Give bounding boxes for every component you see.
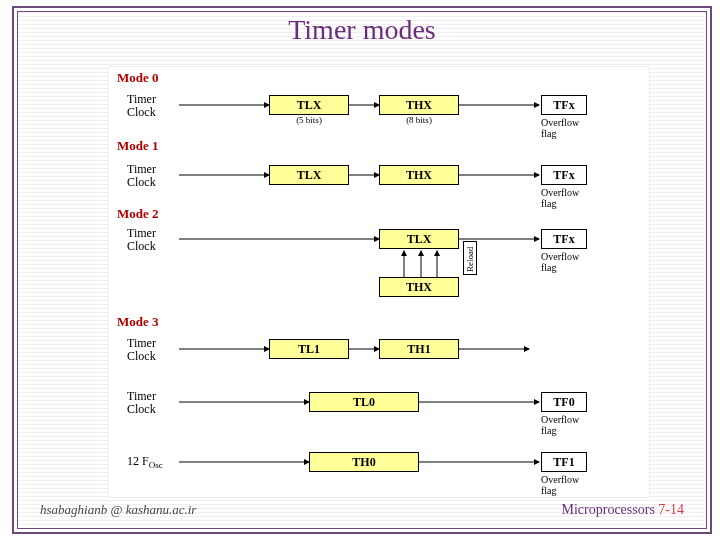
mode3-th0-box: TH0 bbox=[309, 452, 419, 472]
mode0-overflow-label: Overflow flag bbox=[541, 117, 593, 139]
mode2-overflow-label: Overflow flag bbox=[541, 251, 593, 273]
footer-page: 7-14 bbox=[658, 502, 684, 517]
mode1-clock-label: Timer Clock bbox=[127, 163, 175, 189]
timer-modes-diagram: Mode 0 Timer Clock TLX (5 bits) THX (8 b… bbox=[108, 66, 650, 498]
slide-outer-border: Timer modes bbox=[12, 6, 712, 534]
mode1-overflow-label: Overflow flag bbox=[541, 187, 593, 209]
mode2-heading: Mode 2 bbox=[117, 207, 159, 220]
mode0-tfx-box: TFx bbox=[541, 95, 587, 115]
mode3-tf1-box: TF1 bbox=[541, 452, 587, 472]
mode0-thx-sub: (8 bits) bbox=[379, 116, 459, 125]
mode1-heading: Mode 1 bbox=[117, 139, 159, 152]
mode2-reload-label: Reload bbox=[466, 247, 475, 273]
mode3-tf1-overflow-label: Overflow flag bbox=[541, 474, 593, 496]
mode0-thx-box: THX bbox=[379, 95, 459, 115]
mode3-tf0-overflow-label: Overflow flag bbox=[541, 414, 593, 436]
footer-right: Microprocessors 7-14 bbox=[562, 502, 684, 518]
mode1-tfx-box: TFx bbox=[541, 165, 587, 185]
mode3-tl0-box: TL0 bbox=[309, 392, 419, 412]
mode0-tlx-sub: (5 bits) bbox=[269, 116, 349, 125]
mode2-tlx-box: TLX bbox=[379, 229, 459, 249]
mode0-tlx-box: TLX bbox=[269, 95, 349, 115]
footer-author: hsabaghianb @ kashanu.ac.ir bbox=[40, 502, 196, 518]
mode3-row3-osc-label: 12 FOsc bbox=[127, 455, 163, 470]
slide-inner-border: Timer modes bbox=[17, 11, 707, 529]
mode3-th1-box: TH1 bbox=[379, 339, 459, 359]
mode2-tfx-box: TFx bbox=[541, 229, 587, 249]
mode3-heading: Mode 3 bbox=[117, 315, 159, 328]
mode0-heading: Mode 0 bbox=[117, 71, 159, 84]
mode1-thx-box: THX bbox=[379, 165, 459, 185]
mode3-row2-clock-label: Timer Clock bbox=[127, 390, 175, 416]
mode2-clock-label: Timer Clock bbox=[127, 227, 175, 253]
mode2-thx-box: THX bbox=[379, 277, 459, 297]
mode0-clock-label: Timer Clock bbox=[127, 93, 175, 119]
mode3-tf0-box: TF0 bbox=[541, 392, 587, 412]
mode3-tl1-box: TL1 bbox=[269, 339, 349, 359]
mode3-row1-clock-label: Timer Clock bbox=[127, 337, 175, 363]
mode1-tlx-box: TLX bbox=[269, 165, 349, 185]
footer-course: Microprocessors bbox=[562, 502, 659, 517]
slide-title: Timer modes bbox=[18, 14, 706, 46]
